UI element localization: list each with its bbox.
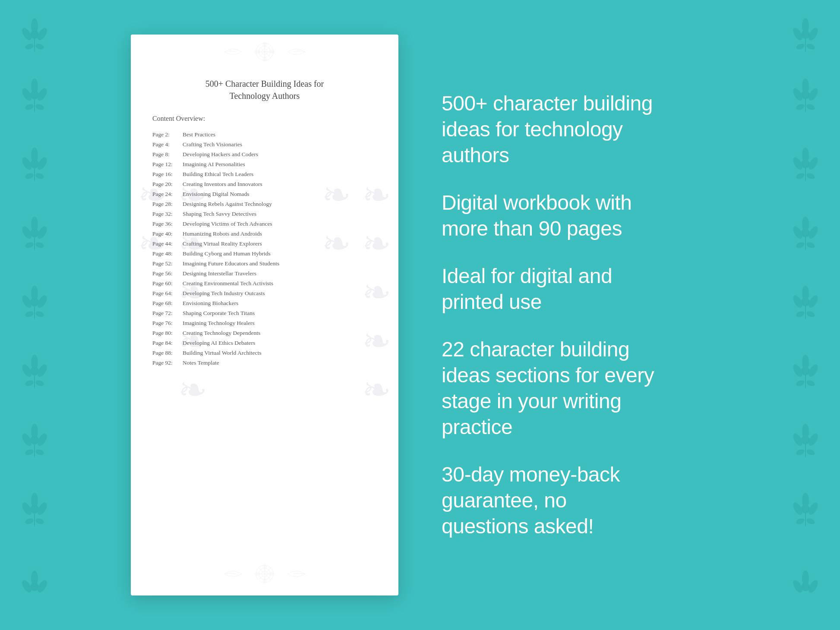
mandala-bottom-decoration: [221, 561, 308, 587]
floral-border-left: [0, 0, 69, 630]
svg-point-27: [35, 241, 45, 249]
svg-point-73: [806, 103, 816, 111]
toc-page-number: Page 4:: [152, 141, 183, 148]
svg-point-66: [806, 43, 816, 50]
svg-point-94: [806, 310, 816, 318]
svg-point-98: [801, 367, 810, 375]
table-of-contents-item: Page 8:Developing Hackers and Coders: [152, 149, 377, 159]
svg-point-70: [801, 91, 810, 99]
svg-point-45: [30, 436, 39, 444]
document-page: 500+ Character Building Ideas for Techno…: [131, 35, 398, 595]
svg-point-105: [801, 436, 810, 444]
svg-point-17: [30, 160, 39, 168]
toc-page-number: Page 2:: [152, 131, 183, 138]
svg-point-52: [30, 505, 39, 513]
toc-page-number: Page 12:: [152, 161, 183, 168]
svg-point-127: [263, 42, 266, 47]
table-of-contents-item: Page 2:Best Practices: [152, 129, 377, 139]
feature-item-0: 500+ character building ideas for techno…: [442, 91, 709, 168]
floral-border-right: [771, 0, 840, 630]
table-of-contents-item: Page 12:Imagining AI Personalities: [152, 159, 377, 169]
svg-point-26: [25, 241, 35, 249]
main-container: 500+ Character Building Ideas for Techno…: [53, 35, 787, 595]
features-panel: 500+ character building ideas for techno…: [433, 91, 709, 539]
document-title: 500+ Character Building Ideas for Techno…: [152, 78, 377, 102]
svg-point-47: [25, 448, 35, 456]
svg-point-13: [35, 103, 45, 111]
svg-point-114: [796, 517, 805, 525]
svg-point-5: [25, 43, 35, 50]
svg-point-6: [35, 43, 45, 50]
toc-title-text: Crafting Tech Visionaries: [183, 141, 242, 148]
svg-point-12: [25, 103, 35, 111]
svg-point-79: [796, 172, 805, 180]
svg-point-34: [35, 310, 45, 318]
svg-point-31: [30, 298, 39, 306]
svg-point-77: [801, 160, 810, 168]
svg-point-65: [796, 43, 805, 50]
table-of-contents-item: Page 4:Crafting Tech Visionaries: [152, 139, 377, 149]
svg-point-48: [35, 448, 45, 456]
svg-point-3: [30, 30, 39, 39]
svg-point-20: [35, 172, 45, 180]
svg-point-87: [806, 241, 816, 249]
content-overview-label: Content Overview:: [152, 115, 377, 123]
toc-title-text: Best Practices: [183, 131, 215, 138]
svg-point-139: [263, 578, 266, 584]
svg-point-119: [801, 583, 810, 591]
svg-point-101: [806, 379, 816, 387]
svg-point-128: [263, 56, 266, 62]
svg-point-41: [35, 379, 45, 387]
svg-point-141: [269, 572, 275, 576]
feature-item-2: Ideal for digital and printed use: [442, 263, 709, 315]
svg-point-129: [255, 50, 260, 54]
toc-page-number: Page 8:: [152, 151, 183, 158]
svg-point-80: [806, 172, 816, 180]
svg-point-91: [801, 298, 810, 306]
svg-point-93: [796, 310, 805, 318]
svg-point-72: [796, 103, 805, 111]
mandala-top-decoration: [221, 39, 308, 65]
svg-point-86: [796, 241, 805, 249]
feature-item-4: 30-day money-back guarantee, no question…: [442, 462, 709, 539]
svg-point-24: [30, 229, 39, 237]
svg-point-112: [801, 505, 810, 513]
svg-point-33: [25, 310, 35, 318]
toc-title-text: Imagining AI Personalities: [183, 161, 245, 168]
svg-point-130: [269, 50, 275, 54]
toc-title-text: Developing Hackers and Coders: [183, 151, 258, 158]
svg-point-63: [801, 30, 810, 39]
svg-point-10: [30, 91, 39, 99]
svg-point-108: [806, 448, 816, 456]
svg-point-100: [796, 379, 805, 387]
svg-point-84: [801, 229, 810, 237]
svg-point-40: [25, 379, 35, 387]
svg-point-55: [35, 517, 45, 525]
doc-side-ornament-left: ❧ ❧ ❧ ❧ ❧ ❧ ❧: [133, 175, 213, 455]
svg-point-140: [255, 572, 260, 576]
svg-point-59: [30, 583, 39, 591]
feature-item-1: Digital workbook with more than 90 pages: [442, 190, 709, 242]
svg-point-115: [806, 517, 816, 525]
svg-point-38: [30, 367, 39, 375]
svg-point-19: [25, 172, 35, 180]
doc-side-ornament-right: ❧ ❧ ❧ ❧ ❧ ❧ ❧: [316, 175, 397, 455]
svg-point-138: [263, 564, 266, 570]
svg-point-107: [796, 448, 805, 456]
feature-item-3: 22 character building ideas sections for…: [442, 337, 709, 440]
svg-point-54: [25, 517, 35, 525]
